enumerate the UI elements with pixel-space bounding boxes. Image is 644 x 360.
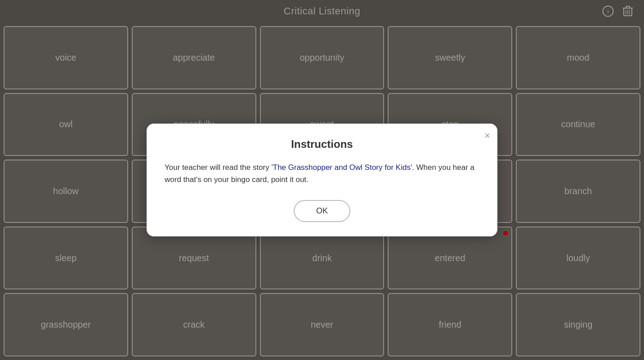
modal-body-text1: Your teacher will read the story [165,163,272,172]
modal-overlay[interactable]: × Instructions Your teacher will read th… [0,0,644,360]
modal-body: Your teacher will read the story 'The Gr… [165,161,479,186]
modal-ok-button[interactable]: OK [294,200,350,222]
modal-title: Instructions [165,138,479,151]
modal-close-button[interactable]: × [484,130,490,142]
modal-story-title: 'The Grasshopper and Owl Story for Kids' [272,163,412,172]
instructions-modal: × Instructions Your teacher will read th… [147,124,497,236]
